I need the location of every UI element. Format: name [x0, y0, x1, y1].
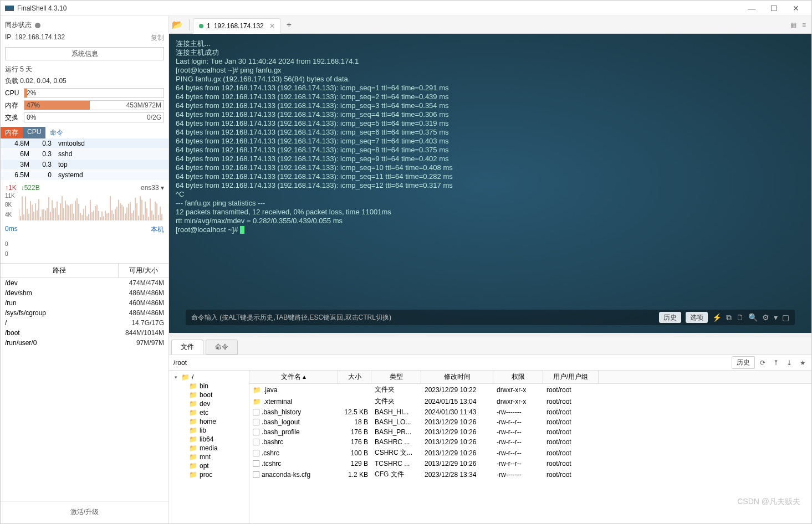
network-stats: ↑1K ↓522B ens33 ▾ [1, 181, 168, 192]
file-list-header: 文件名 ▴ 大小 类型 修改时间 权限 用户/用户组 [249, 371, 811, 384]
tab-commands[interactable]: 命令 [206, 340, 238, 355]
close-button[interactable]: ✕ [785, 4, 807, 13]
paste-icon[interactable]: 🗋 [736, 313, 744, 322]
latency-local[interactable]: 本机 [151, 225, 164, 234]
app-title: FinalShell 4.3.10 [17, 4, 67, 12]
swap-meter: 0% 0/2G [24, 112, 164, 122]
swap-value: 0/2G [147, 114, 161, 121]
copy-icon[interactable]: ⧉ [726, 313, 732, 322]
folder-tree[interactable]: ▾📁/📁bin📁boot📁dev📁etc📁home📁lib📁lib64📁medi… [169, 371, 249, 523]
tree-item[interactable]: ▾📁/ [169, 373, 249, 382]
process-list: 4.8M0.3vmtoolsd6M0.3sshd3M0.3top6.5M0sys… [1, 138, 168, 181]
process-row[interactable]: 6.5M0systemd [1, 170, 168, 181]
minimize-button[interactable]: — [740, 4, 763, 13]
upload-icon[interactable]: ⤒ [770, 359, 782, 367]
net-download: ↓522B [21, 184, 40, 192]
swap-pct: 0% [27, 114, 36, 121]
search-icon[interactable]: 🔍 [748, 313, 758, 322]
file-row[interactable]: 📁.java文件夹2023/12/29 10:22drwxr-xr-xroot/… [249, 384, 811, 395]
process-row[interactable]: 4.8M0.3vmtoolsd [1, 138, 168, 149]
disk-row[interactable]: /sys/fs/cgroup486M/486M [1, 308, 168, 318]
cpu-label: CPU [5, 89, 22, 97]
tree-item[interactable]: 📁dev [169, 399, 249, 408]
col-user[interactable]: 用户/用户组 [543, 371, 599, 383]
system-info-button[interactable]: 系统信息 [5, 47, 164, 60]
disk-row[interactable]: /dev474M/474M [1, 278, 168, 288]
process-row[interactable]: 6M0.3sshd [1, 149, 168, 160]
file-row[interactable]: anaconda-ks.cfg1.2 KBCFG 文件2023/12/28 13… [249, 469, 811, 480]
close-tab-icon[interactable]: ✕ [269, 22, 275, 30]
mem-row: 内存 47% 453M/972M [1, 99, 168, 111]
grid-view-icon[interactable]: ▦ [790, 21, 796, 29]
mem-meter: 47% 453M/972M [24, 100, 164, 110]
tree-item[interactable]: 📁boot [169, 391, 249, 399]
tree-item[interactable]: 📁home [169, 417, 249, 426]
tree-item[interactable]: 📁proc [169, 470, 249, 479]
process-row[interactable]: 3M0.3top [1, 160, 168, 170]
disk-row[interactable]: /run460M/486M [1, 298, 168, 308]
list-view-icon[interactable]: ≡ [802, 21, 806, 29]
disk-row[interactable]: /boot844M/1014M [1, 328, 168, 338]
terminal[interactable]: 连接主机... 连接主机成功 Last login: Tue Jan 30 11… [169, 34, 811, 333]
file-panel: 文件 命令 历史 ⟳ ⤒ ⤓ ★ ▾📁/📁bin📁boot📁dev📁etc📁ho… [169, 337, 811, 523]
disk-row[interactable]: /run/user/097M/97M [1, 338, 168, 348]
download-icon[interactable]: ⤓ [784, 359, 795, 367]
col-type[interactable]: 类型 [371, 371, 421, 383]
session-manager-icon[interactable]: 📂 [169, 19, 186, 30]
latency-value: 0ms [5, 225, 18, 234]
tree-item[interactable]: 📁lib [169, 426, 249, 435]
col-size[interactable]: 大小 [338, 371, 371, 383]
net-interface-select[interactable]: ens33 ▾ [141, 184, 164, 192]
disk-row[interactable]: /dev/shm486M/486M [1, 288, 168, 298]
maximize-button[interactable]: ☐ [763, 4, 785, 13]
session-tab[interactable]: 1 192.168.174.132 ✕ [193, 18, 281, 34]
command-input[interactable]: 命令输入 (按ALT键提示历史,TAB键路径,ESC键返回,双击CTRL切换) [191, 313, 655, 322]
file-row[interactable]: .cshrc100 BCSHRC 文...2013/12/29 10:26-rw… [249, 447, 811, 459]
file-row[interactable]: .bash_profile176 BBASH_PR...2013/12/29 1… [249, 427, 811, 437]
bolt-icon[interactable]: ⚡ [712, 313, 722, 322]
tab-number: 1 [207, 22, 211, 30]
proc-head-cpu[interactable]: CPU [23, 127, 45, 138]
col-perm[interactable]: 权限 [493, 371, 543, 383]
file-row[interactable]: .tcshrc129 BTCSHRC ...2013/12/29 10:26-r… [249, 459, 811, 469]
path-history-button[interactable]: 历史 [732, 356, 755, 369]
expand-icon[interactable]: ▾ [774, 313, 778, 322]
col-name[interactable]: 文件名 ▴ [249, 371, 338, 383]
file-row[interactable]: .bash_logout18 BBASH_LO...2013/12/29 10:… [249, 417, 811, 427]
path-input[interactable] [172, 357, 729, 369]
tree-item[interactable]: 📁etc [169, 408, 249, 417]
file-row[interactable]: .bashrc176 BBASHRC ...2013/12/29 10:26-r… [249, 437, 811, 447]
file-row[interactable]: .bash_history12.5 KBBASH_HI...2024/01/30… [249, 407, 811, 417]
pathbar: 历史 ⟳ ⤒ ⤓ ★ [169, 355, 811, 371]
app-icon [5, 4, 14, 13]
add-tab-button[interactable]: + [281, 20, 297, 30]
disk-row[interactable]: /14.7G/17G [1, 318, 168, 328]
tree-item[interactable]: 📁opt [169, 461, 249, 470]
proc-head-mem[interactable]: 内存 [1, 127, 23, 138]
cpu-meter: 2% [24, 88, 164, 98]
titlebar: FinalShell 4.3.10 — ☐ ✕ [1, 1, 811, 16]
activate-button[interactable]: 激活/升级 [1, 501, 168, 523]
tree-item[interactable]: 📁media [169, 444, 249, 453]
horizontal-splitter[interactable] [169, 333, 811, 337]
options-button[interactable]: 选项 [686, 312, 708, 323]
tab-files[interactable]: 文件 [171, 340, 203, 355]
tree-item[interactable]: 📁mnt [169, 453, 249, 461]
proc-head-cmd[interactable]: 命令 [45, 127, 68, 138]
disk-list: /dev474M/474M/dev/shm486M/486M/run460M/4… [1, 278, 168, 348]
refresh-icon[interactable]: ⟳ [757, 359, 768, 367]
col-date[interactable]: 修改时间 [421, 371, 493, 383]
uptime: 运行 5 天 [1, 64, 168, 75]
tree-item[interactable]: 📁bin [169, 382, 249, 391]
ip-row: IP 192.168.174.132 复制 [1, 32, 168, 44]
settings-icon[interactable]: ⚙ [762, 313, 769, 322]
copy-button[interactable]: 复制 [151, 33, 164, 43]
file-row[interactable]: 📁.xterminal文件夹2024/01/15 13:04drwxr-xr-x… [249, 395, 811, 407]
tree-item[interactable]: 📁lib64 [169, 435, 249, 444]
command-bar: 命令输入 (按ALT键提示历史,TAB键路径,ESC键返回,双击CTRL切换) … [186, 310, 795, 325]
swap-row: 交换 0% 0/2G [1, 111, 168, 124]
latency-row: 0ms 本机 [1, 222, 168, 234]
fullscreen-icon[interactable]: ▢ [782, 313, 789, 322]
bookmark-icon[interactable]: ★ [797, 359, 808, 367]
history-button[interactable]: 历史 [659, 312, 681, 323]
